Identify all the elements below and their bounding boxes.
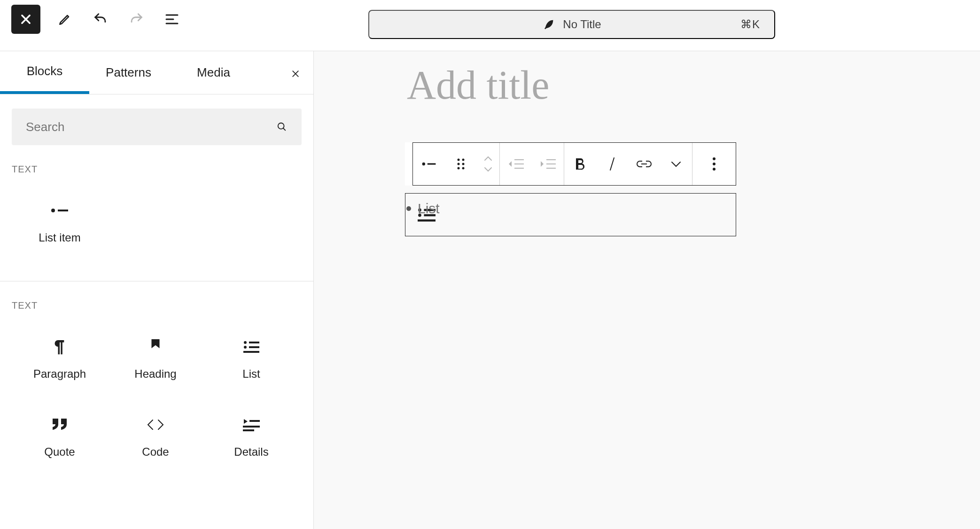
block-toolbar [405, 142, 736, 186]
svg-rect-9 [243, 426, 260, 428]
redo-icon [128, 11, 144, 27]
post-title-placeholder[interactable]: Add title [407, 62, 549, 109]
pencil-icon [57, 12, 72, 27]
tab-blocks[interactable]: Blocks [0, 51, 89, 94]
block-list[interactable]: List [203, 320, 299, 398]
redo-button [125, 8, 148, 31]
block-inserter-panel: Blocks Patterns Media TEXT [0, 51, 314, 529]
block-heading[interactable]: Heading [108, 320, 203, 398]
details-icon [242, 416, 261, 433]
svg-point-21 [462, 163, 465, 165]
bold-button[interactable] [564, 143, 596, 185]
list-view-icon [163, 11, 180, 28]
document-title: No Title [563, 18, 601, 31]
link-icon [636, 160, 652, 168]
heading-icon [146, 338, 165, 355]
block-label: List item [39, 231, 80, 244]
svg-point-16 [422, 163, 425, 165]
italic-button[interactable] [596, 143, 628, 185]
outdent-icon [508, 158, 524, 170]
indent-icon [540, 158, 556, 170]
unordered-list-button[interactable] [413, 143, 445, 185]
svg-point-26 [713, 168, 716, 171]
svg-point-5 [244, 346, 247, 349]
more-rich-text-button[interactable] [660, 143, 692, 185]
link-button[interactable] [628, 143, 660, 185]
bullet-icon [406, 206, 411, 211]
block-paragraph[interactable]: Paragraph [12, 320, 108, 398]
block-quote[interactable]: Quote [12, 398, 108, 476]
block-label: Details [234, 445, 268, 459]
svg-rect-8 [249, 420, 260, 422]
bullet-icon [421, 161, 436, 167]
svg-point-1 [51, 209, 55, 212]
svg-rect-7 [243, 351, 259, 353]
list-icon [242, 338, 261, 355]
svg-point-20 [458, 163, 460, 165]
paragraph-icon [50, 338, 69, 355]
svg-point-3 [244, 341, 247, 344]
svg-point-18 [458, 159, 460, 161]
drag-icon [456, 157, 466, 171]
block-label: Code [142, 445, 169, 459]
block-list-item[interactable]: List item [12, 184, 108, 262]
close-icon [19, 13, 32, 26]
feather-icon [542, 18, 555, 31]
block-label: List [242, 367, 260, 381]
move-vertical-icon [483, 155, 493, 173]
block-label: Quote [44, 445, 75, 459]
quote-icon [50, 416, 69, 433]
document-title-bar[interactable]: No Title ⌘K [368, 10, 775, 39]
block-label: Paragraph [33, 367, 86, 381]
svg-rect-4 [249, 342, 259, 343]
close-inserter-button[interactable] [288, 66, 303, 81]
list-item-placeholder[interactable]: List [418, 201, 440, 217]
document-overview-button[interactable] [161, 8, 183, 31]
svg-point-19 [462, 159, 465, 161]
block-options-button[interactable] [692, 143, 736, 185]
svg-point-22 [458, 167, 460, 170]
search-input[interactable] [12, 109, 302, 145]
close-icon [291, 68, 300, 80]
svg-rect-2 [58, 210, 68, 211]
svg-point-24 [713, 157, 716, 160]
close-editor-button[interactable] [11, 5, 40, 34]
command-shortcut: ⌘K [740, 18, 760, 31]
editor-canvas[interactable]: Add title [314, 51, 980, 529]
italic-icon [608, 157, 616, 171]
block-details[interactable]: Details [203, 398, 299, 476]
list-item-icon [50, 202, 69, 219]
search-icon [277, 120, 287, 134]
search-submit-button[interactable] [274, 119, 290, 135]
bold-icon [575, 157, 586, 171]
category-heading: TEXT [0, 145, 313, 175]
chevron-down-icon [670, 160, 682, 168]
tab-media[interactable]: Media [168, 51, 259, 94]
code-icon [146, 416, 165, 433]
tab-patterns[interactable]: Patterns [89, 51, 168, 94]
svg-point-25 [713, 163, 716, 165]
svg-rect-6 [249, 346, 259, 348]
undo-button[interactable] [89, 8, 112, 31]
outdent-button [500, 143, 532, 185]
svg-rect-17 [428, 163, 436, 164]
list-block-content[interactable]: List [406, 201, 440, 217]
svg-rect-15 [418, 219, 436, 221]
more-vertical-icon [712, 157, 716, 171]
edit-tool-button[interactable] [54, 8, 76, 31]
indent-button [532, 143, 564, 185]
drag-handle-button[interactable] [445, 143, 477, 185]
block-label: Heading [134, 367, 176, 381]
svg-rect-10 [243, 429, 254, 431]
move-up-down-button [477, 143, 499, 185]
block-code[interactable]: Code [108, 398, 203, 476]
svg-point-23 [462, 167, 465, 170]
undo-icon [93, 11, 109, 27]
category-heading: TEXT [0, 281, 313, 311]
